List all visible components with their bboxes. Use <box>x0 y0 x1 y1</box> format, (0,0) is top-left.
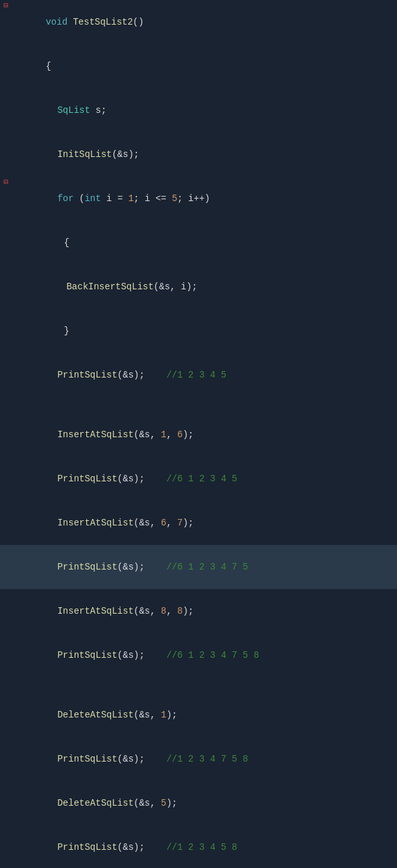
code-text-15: InsertAtSqList(&s, 8, 8); <box>21 590 397 633</box>
code-text-21: PrintSqList(&s); //1 2 3 4 5 8 <box>21 826 397 868</box>
code-text-3: SqList s; <box>21 89 397 132</box>
code-text-4: InitSqList(&s); <box>21 133 397 176</box>
code-line-7: BackInsertSqList(&s, i); <box>0 265 397 309</box>
code-text-2: { <box>12 45 397 88</box>
code-text-16: PrintSqList(&s); //6 1 2 3 4 7 5 8 <box>21 634 397 677</box>
code-line-1: ⊟ void TestSqList2() <box>0 0 397 44</box>
code-line-4: InitSqList(&s); <box>0 132 397 176</box>
code-line-9: PrintSqList(&s); //1 2 3 4 5 <box>0 353 397 397</box>
code-text-1: void TestSqList2() <box>12 1 397 43</box>
code-line-8: } <box>0 309 397 353</box>
code-line-16: PrintSqList(&s); //6 1 2 3 4 7 5 8 <box>0 633 397 677</box>
code-line-15: InsertAtSqList(&s, 8, 8); <box>0 589 397 633</box>
code-line-10 <box>0 397 397 413</box>
code-text-10 <box>12 398 397 412</box>
code-line-3: SqList s; <box>0 88 397 132</box>
code-text-11: InsertAtSqList(&s, 1, 6); <box>21 413 397 456</box>
code-line-18: DeleteAtSqList(&s, 1); <box>0 693 397 737</box>
code-line-17 <box>0 677 397 693</box>
code-text-9: PrintSqList(&s); //1 2 3 4 5 <box>21 354 397 396</box>
code-text-13: InsertAtSqList(&s, 6, 7); <box>21 501 397 544</box>
code-line-2: { <box>0 44 397 88</box>
code-line-11: InsertAtSqList(&s, 1, 6); <box>0 413 397 457</box>
code-line-13: InsertAtSqList(&s, 6, 7); <box>0 501 397 545</box>
code-text-14: PrintSqList(&s); //6 1 2 3 4 7 5 <box>21 546 397 588</box>
code-line-5: ⊟ for (int i = 1; i <= 5; i++) <box>0 176 397 221</box>
code-line-14: PrintSqList(&s); //6 1 2 3 4 7 5 <box>0 545 397 589</box>
code-text-6: { <box>30 221 397 264</box>
code-text-17 <box>12 678 397 692</box>
code-line-21: PrintSqList(&s); //1 2 3 4 5 8 <box>0 825 397 868</box>
code-text-20: DeleteAtSqList(&s, 5); <box>21 782 397 825</box>
code-line-20: DeleteAtSqList(&s, 5); <box>0 781 397 825</box>
code-text-8: } <box>30 309 397 352</box>
code-text-18: DeleteAtSqList(&s, 1); <box>21 693 397 736</box>
code-editor: ⊟ void TestSqList2() { SqList s; InitSqL… <box>0 0 397 868</box>
code-text-19: PrintSqList(&s); //1 2 3 4 7 5 8 <box>21 738 397 780</box>
code-text-5: for (int i = 1; i <= 5; i++) <box>21 177 397 220</box>
gutter-5: ⊟ <box>0 177 12 187</box>
code-line-12: PrintSqList(&s); //6 1 2 3 4 5 <box>0 457 397 501</box>
code-text-7: BackInsertSqList(&s, i); <box>30 265 397 308</box>
gutter-1: ⊟ <box>0 1 12 10</box>
code-line-19: PrintSqList(&s); //1 2 3 4 7 5 8 <box>0 737 397 781</box>
code-line-6: { <box>0 221 397 265</box>
code-text-12: PrintSqList(&s); //6 1 2 3 4 5 <box>21 457 397 500</box>
